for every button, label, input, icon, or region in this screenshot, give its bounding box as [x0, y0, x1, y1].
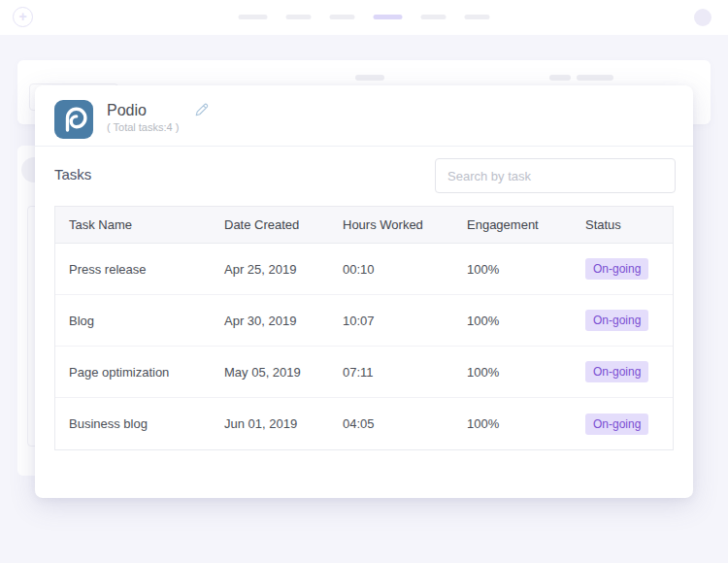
cell-hours: 04:05	[343, 416, 467, 431]
cell-date: May 05, 2019	[224, 365, 343, 380]
col-status: Status	[585, 217, 673, 232]
tasks-heading: Tasks	[54, 166, 91, 182]
nav-item-placeholder[interactable]	[465, 15, 490, 19]
cell-task-name: Business blog	[69, 416, 224, 431]
col-date-created: Date Created	[224, 217, 343, 232]
cell-task-name: Page optimization	[69, 365, 224, 380]
cell-engagement: 100%	[467, 262, 585, 277]
col-engagement: Engagement	[467, 217, 585, 232]
col-hours-worked: Hours Worked	[343, 217, 467, 232]
topbar: +	[0, 0, 728, 35]
table-header-row: Task Name Date Created Hours Worked Enga…	[55, 207, 673, 244]
divider	[35, 146, 693, 147]
nav-item-placeholder-active[interactable]	[374, 15, 403, 19]
cell-hours: 00:10	[343, 262, 467, 277]
status-badge: On-going	[585, 258, 648, 280]
edit-pencil-icon[interactable]	[194, 102, 210, 117]
nav-item-placeholder[interactable]	[286, 15, 312, 19]
avatar[interactable]	[694, 9, 711, 26]
nav-item-placeholder[interactable]	[239, 15, 268, 19]
table-row[interactable]: Press release Apr 25, 2019 00:10 100% On…	[55, 244, 673, 295]
podio-tasks-modal: Podio ( Total tasks:4 ) Tasks Task Name …	[35, 85, 693, 498]
modal-header: Podio ( Total tasks:4 )	[35, 85, 693, 146]
nav-item-placeholder[interactable]	[330, 15, 355, 19]
search-input[interactable]	[435, 158, 676, 193]
placeholder-bar	[355, 75, 384, 81]
placeholder-bar	[549, 75, 571, 81]
cell-hours: 10:07	[343, 314, 467, 328]
status-badge: On-going	[585, 414, 648, 435]
podio-logo-icon	[54, 100, 93, 139]
cell-hours: 07:11	[343, 365, 467, 380]
table-row[interactable]: Business blog Jun 01, 2019 04:05 100% On…	[55, 398, 673, 449]
table-row[interactable]: Page optimization May 05, 2019 07:11 100…	[55, 347, 673, 398]
cell-date: Jun 01, 2019	[224, 416, 343, 431]
cell-task-name: Blog	[69, 314, 224, 328]
nav-menu	[239, 15, 490, 19]
app-subtitle: ( Total tasks:4 )	[107, 121, 179, 133]
placeholder-bar	[577, 75, 613, 81]
tasks-table: Task Name Date Created Hours Worked Enga…	[54, 206, 674, 450]
nav-item-placeholder[interactable]	[421, 15, 447, 19]
cell-task-name: Press release	[69, 262, 224, 277]
status-badge: On-going	[585, 310, 648, 331]
col-task-name: Task Name	[69, 217, 224, 232]
cell-engagement: 100%	[467, 365, 585, 380]
app-title: Podio	[107, 102, 147, 119]
status-badge: On-going	[585, 361, 648, 382]
cell-date: Apr 30, 2019	[224, 314, 343, 328]
cell-engagement: 100%	[467, 314, 585, 328]
table-row[interactable]: Blog Apr 30, 2019 10:07 100% On-going	[55, 295, 673, 347]
cell-date: Apr 25, 2019	[224, 262, 343, 277]
add-icon[interactable]: +	[13, 7, 33, 27]
cell-engagement: 100%	[467, 416, 585, 431]
